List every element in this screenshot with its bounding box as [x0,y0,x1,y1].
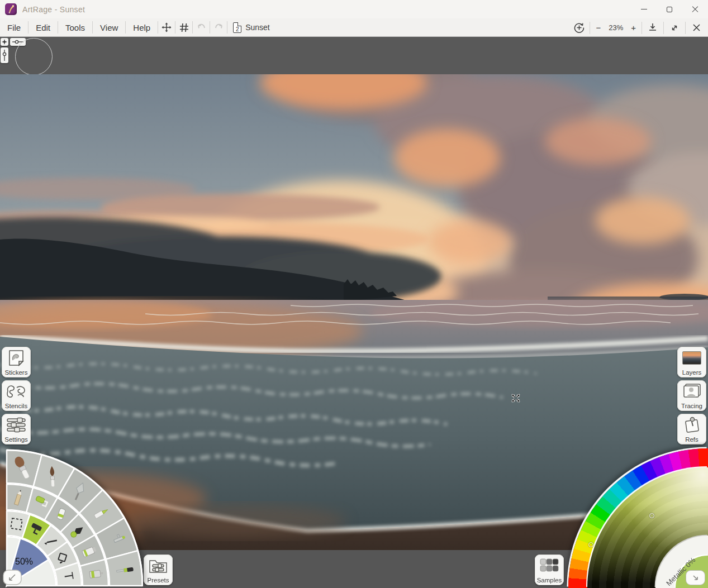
refs-button[interactable]: Refs [677,414,706,444]
menu-tools[interactable]: Tools [58,18,92,37]
document-page-icon: 2 [233,22,241,33]
stickers-button[interactable]: Stickers [2,347,31,377]
minimize-icon [641,9,647,9]
separator [590,22,590,34]
minimize-button[interactable] [631,0,657,18]
undo-icon [196,23,207,32]
pan-cursor-icon [510,393,521,404]
refs-icon [677,414,706,436]
tool-picker-wheel[interactable]: T 50% [0,439,143,588]
presets-icon [144,554,173,577]
rotate-reset-icon [573,22,585,34]
presets-label: Presets [148,577,169,584]
document-page-number: 2 [236,26,239,32]
stencils-label: Stencils [5,403,27,410]
samples-label: Samples [537,577,562,584]
pan-tool-button[interactable] [158,18,175,37]
artrage-window: ArtRage - Sunset File Edit Tools View He… [0,0,708,588]
pan-tool-icon [161,22,172,32]
dock-star-icon [2,39,7,45]
tracing-button[interactable]: Tracing [677,380,706,411]
grid-toggle-button[interactable] [175,18,192,37]
zoom-out-button[interactable]: − [592,23,604,32]
grid-icon [179,23,189,32]
expand-icon [670,23,679,32]
menu-view[interactable]: View [93,18,125,37]
window-title: ArtRage - Sunset [22,5,85,14]
tracing-label: Tracing [681,403,702,410]
brush-size-preview[interactable] [15,38,53,74]
stickers-label: Stickers [5,369,28,376]
tracing-icon [677,380,706,403]
close-canvas-icon [692,23,701,32]
menu-help[interactable]: Help [126,18,158,37]
menu-bar: File Edit Tools View Help [0,18,708,37]
canvas-rotate-reset-button[interactable] [571,18,587,37]
download-icon [648,23,657,32]
fullscreen-button[interactable] [666,18,683,37]
collapse-tool-wheel-button[interactable] [3,570,21,585]
dock-star-pod-button[interactable] [1,38,8,46]
color-indicator[interactable] [649,513,654,518]
stencils-button[interactable]: Stencils [2,380,31,411]
samples-button[interactable]: Samples [535,554,564,585]
layers-label: Layers [682,369,702,376]
close-button[interactable] [682,0,708,18]
collapse-color-picker-button[interactable] [686,570,705,585]
tool-settings-strip [0,37,708,74]
stencils-icon [2,380,31,403]
maximize-button[interactable] [657,0,682,18]
close-canvas-button[interactable] [688,18,705,37]
document-name: Sunset [245,23,270,32]
document-tab[interactable]: 2 Sunset [227,18,275,37]
hue-indicator[interactable] [588,542,593,547]
tool-size-value[interactable]: 50% [15,557,33,567]
separator [663,22,664,34]
redo-icon [213,23,224,32]
export-button[interactable] [644,18,661,37]
refs-label: Refs [685,436,699,443]
menu-file[interactable]: File [0,18,28,37]
redo-button[interactable] [210,18,227,37]
artrage-logo-icon [5,3,17,15]
collapse-arrow-se-icon [692,574,700,582]
separator [642,22,642,34]
presets-button[interactable]: Presets [144,554,173,585]
zoom-level[interactable]: 23% [606,23,625,32]
samples-icon [535,554,564,577]
vertical-slider-icon [2,49,7,61]
close-icon [692,6,699,13]
undo-button[interactable] [193,18,210,37]
menu-edit[interactable]: Edit [28,18,58,37]
separator [685,22,686,34]
settings-icon [2,414,31,436]
layers-button[interactable]: Layers [677,347,706,377]
layers-icon [677,347,706,369]
zoom-in-button[interactable]: + [628,23,639,32]
color-picker: Metallic 0% [568,448,708,588]
title-bar: ArtRage - Sunset [0,0,708,18]
pressure-slider-pod-button[interactable] [1,47,8,63]
maximize-icon [667,7,672,12]
stickers-icon [2,347,31,369]
